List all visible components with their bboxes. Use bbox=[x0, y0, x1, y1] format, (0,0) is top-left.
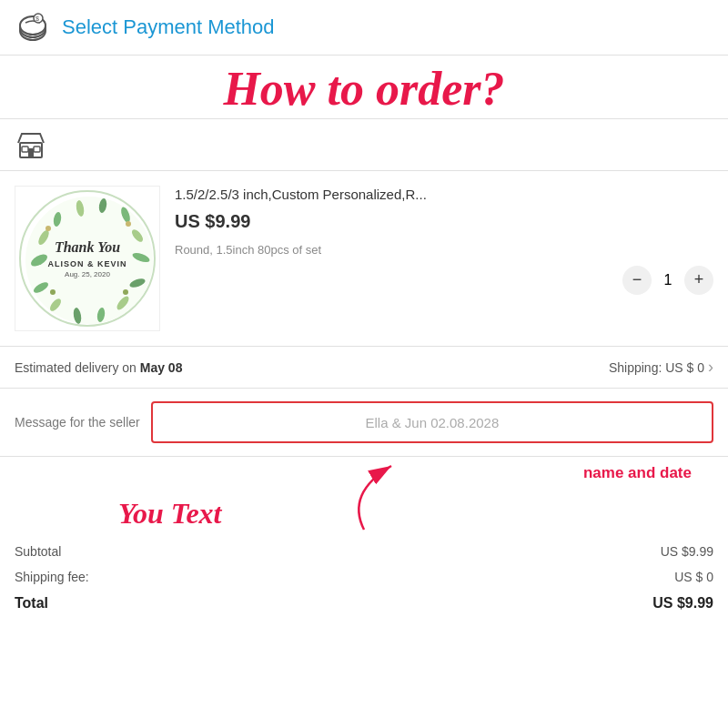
svg-rect-8 bbox=[34, 147, 40, 152]
product-variant: Round, 1.5inch 80pcs of set bbox=[175, 243, 713, 257]
svg-rect-6 bbox=[28, 148, 34, 157]
total-row: Total US $9.99 bbox=[15, 590, 713, 617]
delivery-info: Estimated delivery on May 08 bbox=[15, 360, 182, 375]
store-icon bbox=[15, 128, 47, 161]
svg-point-26 bbox=[126, 221, 131, 227]
header-title: Select Payment Method bbox=[62, 15, 275, 39]
product-price: US $9.99 bbox=[175, 211, 713, 232]
annotation-area: name and date You Text bbox=[0, 457, 728, 539]
svg-rect-7 bbox=[22, 147, 28, 152]
message-section: Message for the seller Ella & Jun 02.08.… bbox=[0, 389, 728, 457]
quantity-row: − 1 + bbox=[175, 266, 713, 295]
sticker-date: Aug. 25, 2020 bbox=[47, 270, 126, 278]
sticker-thank-you: Thank You bbox=[47, 239, 126, 256]
sticker-names: ALISON & KEVIN bbox=[47, 259, 126, 268]
quantity-decrease-button[interactable]: − bbox=[622, 266, 652, 295]
svg-text:$: $ bbox=[35, 15, 39, 22]
you-text-annotation: You Text bbox=[118, 497, 222, 531]
delivery-label: Estimated delivery on bbox=[15, 360, 136, 375]
shipping-fee-row: Shipping fee: US $ 0 bbox=[15, 564, 713, 590]
how-to-order-text: How to order? bbox=[223, 63, 504, 115]
message-placeholder: Ella & Jun 02.08.2028 bbox=[365, 415, 499, 430]
shipping-fee-label: Shipping fee: bbox=[15, 570, 89, 584]
name-date-annotation: name and date bbox=[583, 464, 692, 482]
quantity-value: 1 bbox=[659, 272, 677, 288]
total-label: Total bbox=[15, 595, 48, 612]
product-title: 1.5/2/2.5/3 inch,Custom Personalized,R..… bbox=[175, 186, 713, 204]
message-input[interactable]: Ella & Jun 02.08.2028 bbox=[151, 401, 713, 443]
svg-point-25 bbox=[123, 289, 128, 295]
totals-section: Subtotal US $9.99 Shipping fee: US $ 0 T… bbox=[0, 539, 728, 617]
message-label: Message for the seller bbox=[15, 415, 140, 430]
total-value: US $9.99 bbox=[652, 595, 713, 612]
subtotal-row: Subtotal US $9.99 bbox=[15, 539, 713, 564]
product-section: Thank You ALISON & KEVIN Aug. 25, 2020 1… bbox=[0, 171, 728, 347]
shop-row bbox=[0, 119, 728, 171]
shipping-info[interactable]: Shipping: US $ 0 › bbox=[609, 358, 713, 377]
product-image: Thank You ALISON & KEVIN Aug. 25, 2020 bbox=[15, 186, 160, 331]
quantity-increase-button[interactable]: + bbox=[684, 266, 713, 295]
header: $ Select Payment Method bbox=[0, 0, 728, 56]
how-to-order-banner: How to order? bbox=[0, 56, 728, 119]
chevron-right-icon: › bbox=[708, 358, 713, 377]
shipping-label: Shipping: US $ 0 bbox=[609, 360, 704, 375]
delivery-date: May 08 bbox=[140, 360, 183, 375]
subtotal-label: Subtotal bbox=[15, 544, 61, 559]
svg-point-24 bbox=[50, 289, 56, 295]
shipping-fee-value: US $ 0 bbox=[674, 570, 713, 584]
product-info: 1.5/2/2.5/3 inch,Custom Personalized,R..… bbox=[175, 186, 713, 295]
payment-icon: $ bbox=[15, 9, 51, 46]
subtotal-value: US $9.99 bbox=[661, 544, 713, 559]
delivery-row: Estimated delivery on May 08 Shipping: U… bbox=[0, 347, 728, 389]
